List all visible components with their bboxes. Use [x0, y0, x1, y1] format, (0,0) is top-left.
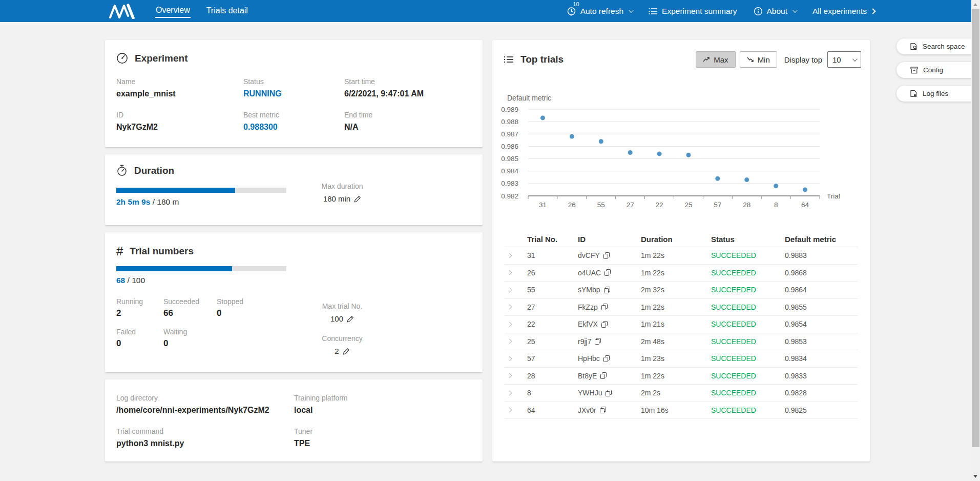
copy-icon[interactable] [603, 355, 610, 362]
duration-title-text: Duration [134, 165, 174, 176]
field-label: ID [116, 111, 243, 119]
trial-id-cell: sYMbp [578, 286, 641, 294]
copy-icon[interactable] [600, 407, 606, 413]
trial-status-cell: SUCCEEDED [711, 320, 785, 328]
tab-overview[interactable]: Overview [155, 4, 191, 18]
chevron-right-icon[interactable] [507, 253, 512, 258]
scatter-point [628, 150, 633, 155]
log-files-button[interactable]: Log files [896, 86, 980, 102]
chevron-right-icon[interactable] [507, 287, 512, 292]
window-scrollbar[interactable] [971, 0, 980, 481]
trial-duration-cell: 1m 22s [641, 251, 711, 259]
trial-id-cell: r9jj7 [578, 337, 641, 346]
copy-icon[interactable] [601, 321, 608, 328]
auto-refresh-menu[interactable]: 10 Auto refresh [567, 6, 632, 16]
search-space-button[interactable]: Search space [896, 38, 980, 54]
x-tick-label: 22 [656, 201, 663, 209]
copy-icon[interactable] [604, 269, 611, 276]
table-row[interactable]: 57HpHbc1m 23sSUCCEEDED0.9834 [505, 350, 858, 368]
trial-metric-cell: 0.9825 [785, 406, 858, 414]
display-top-dropdown[interactable]: 10 [827, 51, 861, 68]
copy-icon[interactable] [606, 390, 612, 396]
scrollbar-down-arrow-icon[interactable] [973, 475, 977, 478]
field-label: Status [243, 77, 344, 86]
table-row[interactable]: 8YWHJu2m 2sSUCCEEDED0.9828 [505, 385, 858, 402]
trial-status-cell: SUCCEEDED [711, 354, 785, 363]
scrollbar-up-arrow-icon[interactable] [973, 3, 977, 6]
expand-row-cell [505, 323, 527, 326]
edit-pencil-icon[interactable] [343, 348, 350, 355]
header-default-metric: Default metric [785, 235, 858, 244]
stat-label: Waiting [163, 328, 217, 336]
field-training-platform: Training platform local [294, 394, 471, 415]
chevron-right-icon[interactable] [507, 322, 512, 327]
search-space-icon [910, 43, 918, 50]
tab-trials-detail[interactable]: Trials detail [206, 5, 248, 17]
all-experiments-link[interactable]: All experiments [812, 7, 875, 16]
scatter-point [715, 176, 720, 181]
scatter-point [744, 177, 749, 182]
min-button[interactable]: Min [740, 51, 777, 68]
trial-status-cell: SUCCEEDED [711, 406, 785, 414]
table-row[interactable]: 22EkfVX1m 21sSUCCEEDED0.9854 [505, 316, 858, 333]
field-status: Status RUNNING [243, 77, 344, 98]
stat-label: Running [116, 297, 163, 306]
max-trial-label: Max trial No. [304, 302, 381, 310]
list-icon [504, 55, 514, 64]
stat-succeeded: Succeeded 66 [163, 297, 217, 318]
experiment-summary-button[interactable]: Experiment summary [649, 7, 737, 16]
copy-icon[interactable] [600, 372, 607, 379]
auto-refresh-badge: 10 [573, 1, 579, 7]
field-value: local [294, 406, 471, 415]
trial-id-cell: dvCFY [578, 251, 641, 259]
top-trials-title: Top trials [504, 54, 564, 65]
trial-status-cell: SUCCEEDED [711, 303, 785, 311]
copy-icon[interactable] [595, 338, 601, 345]
trial-id-text: sYMbp [578, 286, 600, 294]
table-row[interactable]: 28Bt8yE1m 22sSUCCEEDED0.9833 [505, 368, 858, 385]
edit-pencil-icon[interactable] [347, 315, 354, 323]
scatter-point [774, 184, 778, 188]
trials-progress-track [116, 266, 286, 271]
trial-no-cell: 8 [527, 389, 578, 397]
table-row[interactable]: 26o4UAC1m 22sSUCCEEDED0.9868 [505, 265, 858, 282]
edit-pencil-icon[interactable] [354, 195, 361, 203]
table-row[interactable]: 31dvCFY1m 22sSUCCEEDED0.9883 [505, 247, 858, 265]
trial-no-cell: 25 [527, 337, 578, 346]
trial-metric-cell: 0.9864 [785, 286, 858, 294]
scatter-point [803, 187, 807, 192]
nni-logo [109, 4, 135, 19]
config-button[interactable]: Config [896, 62, 980, 78]
chevron-right-icon[interactable] [507, 339, 512, 344]
field-value: example_mnist [116, 89, 243, 98]
trials-separator: / [128, 276, 130, 285]
table-row[interactable]: 27FkZzp1m 22sSUCCEEDED0.9855 [505, 299, 858, 316]
table-row[interactable]: 64JXv0r10m 16sSUCCEEDED0.9825 [505, 402, 858, 419]
chevron-right-icon[interactable] [507, 390, 512, 395]
table-row[interactable]: 55sYMbp2m 32sSUCCEEDED0.9864 [505, 282, 858, 299]
field-value: TPE [294, 439, 471, 448]
max-button[interactable]: Max [696, 51, 735, 68]
field-label: Training platform [294, 394, 471, 402]
about-menu[interactable]: About [754, 7, 797, 16]
copy-icon[interactable] [603, 252, 610, 259]
trend-down-icon [747, 56, 754, 63]
experiment-card-title: Experiment [116, 52, 471, 64]
y-tick-label: 0.985 [501, 155, 518, 163]
chevron-right-icon[interactable] [507, 408, 512, 413]
x-tick-label: 28 [743, 201, 750, 209]
chevron-right-icon[interactable] [507, 356, 512, 361]
chevron-right-icon[interactable] [507, 373, 512, 378]
chevron-right-icon[interactable] [507, 305, 512, 310]
copy-icon[interactable] [601, 304, 608, 310]
expand-row-cell [505, 408, 527, 412]
table-row[interactable]: 25r9jj72m 48sSUCCEEDED0.9853 [505, 333, 858, 351]
auto-refresh-label: Auto refresh [580, 7, 623, 16]
copy-icon[interactable] [604, 287, 610, 293]
hash-icon: # [116, 246, 123, 256]
trial-duration-cell: 1m 23s [641, 354, 711, 363]
chevron-right-icon[interactable] [507, 270, 512, 275]
scrollbar-thumb[interactable] [972, 9, 979, 447]
trial-id-cell: FkZzp [578, 303, 641, 311]
best-metric-value[interactable]: 0.988300 [243, 123, 344, 132]
